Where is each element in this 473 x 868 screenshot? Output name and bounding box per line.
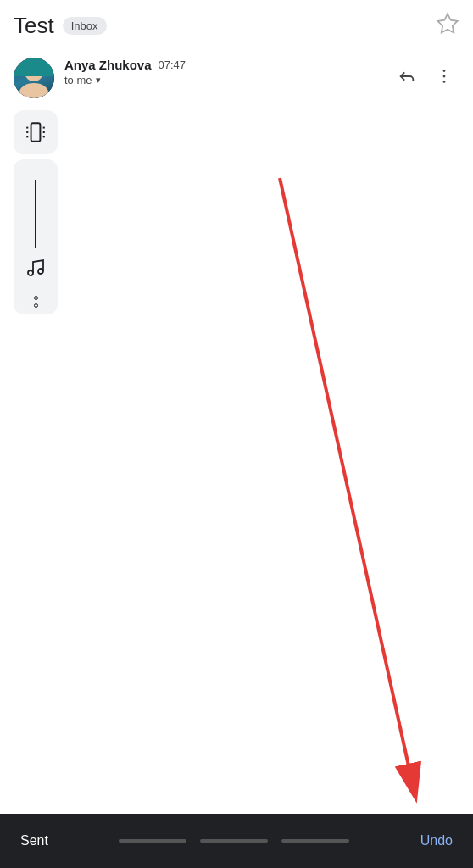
page-title: Test: [14, 13, 54, 39]
undo-button[interactable]: Undo: [420, 833, 453, 849]
email-actions: [392, 61, 459, 92]
svg-rect-4: [31, 123, 41, 142]
svg-point-12: [38, 269, 43, 274]
bottom-pill-1: [119, 839, 186, 843]
bottom-pill-2: [200, 839, 268, 843]
red-arrow-annotation: [0, 0, 473, 868]
email-to-row[interactable]: to me ▾: [64, 74, 381, 86]
sent-label: Sent: [20, 833, 48, 849]
svg-point-11: [28, 270, 33, 275]
vertical-panel: [14, 159, 58, 314]
avatar: [14, 58, 54, 98]
left-panel: [14, 110, 58, 314]
more-options-button[interactable]: [429, 61, 459, 92]
svg-line-14: [280, 178, 415, 797]
svg-point-1: [443, 70, 446, 72]
svg-marker-0: [437, 14, 457, 32]
bottom-bar: Sent Undo: [0, 814, 473, 868]
to-me-label: to me: [64, 74, 92, 86]
bottom-center-buttons: [119, 839, 349, 843]
inbox-badge[interactable]: Inbox: [63, 17, 107, 35]
music-icon[interactable]: [25, 258, 46, 282]
svg-point-2: [443, 75, 446, 78]
email-sender-row: Anya Zhukova 07:47: [64, 58, 381, 72]
star-icon[interactable]: [436, 12, 459, 39]
email-time: 07:47: [159, 58, 186, 71]
header-left: Test Inbox: [14, 13, 107, 39]
sender-name: Anya Zhukova: [64, 58, 152, 72]
chevron-down-icon: ▾: [96, 75, 101, 86]
svg-point-3: [443, 81, 446, 83]
overflow-dots-icon[interactable]: [34, 296, 38, 308]
email-row: Anya Zhukova 07:47 to me ▾: [0, 47, 473, 108]
reply-button[interactable]: [392, 61, 422, 92]
header: Test Inbox: [0, 0, 473, 47]
email-info: Anya Zhukova 07:47 to me ▾: [64, 58, 381, 86]
vibrate-button[interactable]: [14, 110, 58, 154]
vertical-line: [35, 180, 36, 248]
bottom-pill-3: [281, 839, 349, 843]
